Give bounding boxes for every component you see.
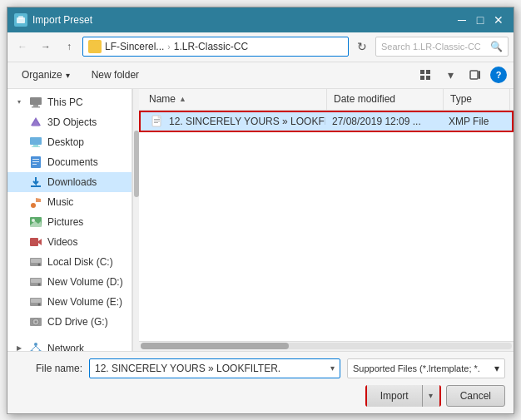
filetype-dropdown[interactable]: Supported Files (*.lrtemplate; *. ▾ (347, 358, 505, 378)
pictures-icon (29, 215, 42, 229)
svg-point-32 (38, 283, 41, 285)
refresh-button[interactable]: ↻ (352, 37, 372, 57)
view-dropdown-button[interactable]: ▾ (440, 65, 460, 85)
file-row[interactable]: 12. SINCERELY YOURS » LOOKFILTER.xmp 27/… (139, 111, 514, 132)
sidebar-item-pictures[interactable]: Pictures (7, 212, 131, 232)
svg-rect-17 (32, 159, 39, 160)
file-type-text: XMP File (449, 116, 489, 127)
address-bar: ← → ↑ LF-Sincerel... › 1.LR-Classic-CC ↻… (7, 32, 514, 62)
file-pane: Name ▲ Date modified Type (139, 89, 514, 351)
sidebar-item-3d-objects[interactable]: 3D Objects (7, 112, 131, 132)
svg-rect-47 (154, 121, 160, 121)
file-icon-xmp (151, 115, 164, 128)
sidebar-item-desktop[interactable]: Desktop (7, 132, 131, 152)
file-cell-name: 12. SINCERELY YOURS » LOOKFILTER.xmp (144, 115, 325, 128)
sidebar-item-network[interactable]: ▶ Network (7, 338, 131, 351)
dialog-icon (14, 13, 27, 27)
view-icon (419, 69, 431, 81)
svg-rect-15 (32, 146, 40, 147)
import-button-group: Import ▾ (365, 385, 441, 407)
sidebar-scroll-thumb (134, 131, 139, 197)
filename-input[interactable]: 12. SINCERELY YOURS » LOOKFILTER. ▾ (89, 358, 340, 378)
file-cell-type: XMP File (442, 116, 509, 127)
svg-marker-26 (38, 239, 42, 245)
forward-button[interactable]: → (36, 37, 56, 57)
actions-row: Import ▾ Cancel (16, 385, 505, 407)
bottom-bar: File name: 12. SINCERELY YOURS » LOOKFIL… (7, 351, 514, 413)
filename-row: File name: 12. SINCERELY YOURS » LOOKFIL… (16, 358, 505, 378)
sidebar-item-this-pc[interactable]: ▾ This PC (7, 92, 131, 112)
sidebar-label-new-volume-d: New Volume (D:) (47, 276, 123, 288)
path-part-2: 1.LR-Classic-CC (174, 41, 248, 52)
minimize-button[interactable]: ─ (454, 12, 470, 28)
col-header-name[interactable]: Name ▲ (142, 89, 327, 110)
sidebar-label-pictures: Pictures (47, 216, 83, 228)
maximize-button[interactable]: □ (472, 12, 489, 28)
file-cell-date: 27/08/2019 12:09 ... (325, 116, 442, 127)
new-folder-button[interactable]: New folder (84, 65, 146, 85)
music-icon (29, 195, 42, 209)
sidebar-label-cd-drive-g: CD Drive (G:) (47, 316, 108, 328)
new-volume-e-icon (29, 295, 42, 309)
view-button[interactable] (415, 65, 435, 85)
import-dropdown-button[interactable]: ▾ (423, 385, 439, 407)
sidebar-label-new-volume-e: New Volume (E:) (47, 296, 122, 308)
organize-label: Organize (22, 69, 62, 81)
up-button[interactable]: ↑ (59, 37, 79, 57)
close-button[interactable]: ✕ (490, 12, 507, 28)
sidebar-item-new-volume-d[interactable]: New Volume (D:) (7, 272, 131, 292)
path-part-1: LF-Sincerel... (105, 41, 164, 52)
filename-label: File name: (16, 363, 82, 374)
cancel-button[interactable]: Cancel (446, 385, 505, 407)
search-icon: 🔍 (490, 41, 503, 52)
svg-rect-20 (31, 185, 41, 187)
sidebar-label-documents: Documents (47, 156, 98, 168)
col-header-type[interactable]: Type (444, 89, 510, 110)
import-dialog: Import Preset ─ □ ✕ ← → ↑ LF-Sincerel...… (7, 7, 514, 414)
organize-dropdown-icon: ▾ (66, 71, 70, 80)
svg-rect-6 (470, 71, 478, 79)
file-name-text: 12. SINCERELY YOURS » LOOKFILTER.xmp (169, 116, 325, 127)
sidebar-label-network: Network (47, 343, 84, 351)
organize-button[interactable]: Organize ▾ (14, 65, 77, 85)
search-box[interactable]: Search 1.LR-Classic-CC 🔍 (375, 37, 509, 57)
svg-point-21 (31, 203, 36, 208)
view-dropdown-icon: ▾ (448, 68, 454, 82)
import-dropdown-icon: ▾ (429, 391, 433, 400)
path-separator: › (167, 42, 170, 52)
sidebar-item-documents[interactable]: Documents (7, 152, 131, 172)
sidebar-item-downloads[interactable]: Downloads (7, 172, 131, 192)
svg-rect-1 (18, 16, 23, 19)
sidebar-item-local-disk-c[interactable]: Local Disk (C:) (7, 252, 131, 272)
help-button[interactable]: ? (490, 67, 507, 83)
videos-icon (29, 235, 42, 249)
svg-point-23 (32, 219, 35, 222)
sidebar-item-cd-drive-g[interactable]: CD Drive (G:) (7, 312, 131, 332)
col-name-label: Name (149, 93, 176, 105)
title-bar: Import Preset ─ □ ✕ (7, 7, 514, 32)
sidebar-item-new-volume-e[interactable]: New Volume (E:) (7, 292, 131, 312)
title-controls: ─ □ ✕ (454, 12, 507, 28)
svg-point-35 (38, 303, 41, 305)
back-button[interactable]: ← (12, 37, 32, 57)
desktop-icon (29, 136, 42, 149)
col-header-date[interactable]: Date modified (327, 89, 444, 110)
h-scroll-track (141, 343, 512, 349)
filename-value: 12. SINCERELY YOURS » LOOKFILTER. (95, 363, 280, 374)
import-button[interactable]: Import (367, 385, 423, 407)
toolbar-right: ▾ ? (415, 65, 507, 85)
preview-icon (469, 69, 481, 81)
local-disk-c-icon (29, 255, 42, 269)
sidebar-label-music: Music (47, 196, 73, 208)
pc-icon (29, 96, 42, 109)
sidebar-label-local-disk-c: Local Disk (C:) (47, 256, 113, 268)
svg-point-29 (38, 263, 41, 265)
preview-button[interactable] (465, 65, 485, 85)
file-header: Name ▲ Date modified Type (139, 89, 514, 111)
sidebar-item-videos[interactable]: Videos (7, 232, 131, 252)
sidebar-item-music[interactable]: Music (7, 192, 131, 212)
sidebar-label-this-pc: This PC (47, 96, 83, 108)
address-path[interactable]: LF-Sincerel... › 1.LR-Classic-CC (82, 37, 349, 57)
sidebar-scrollbar[interactable] (132, 89, 139, 351)
horizontal-scrollbar[interactable] (139, 341, 514, 351)
